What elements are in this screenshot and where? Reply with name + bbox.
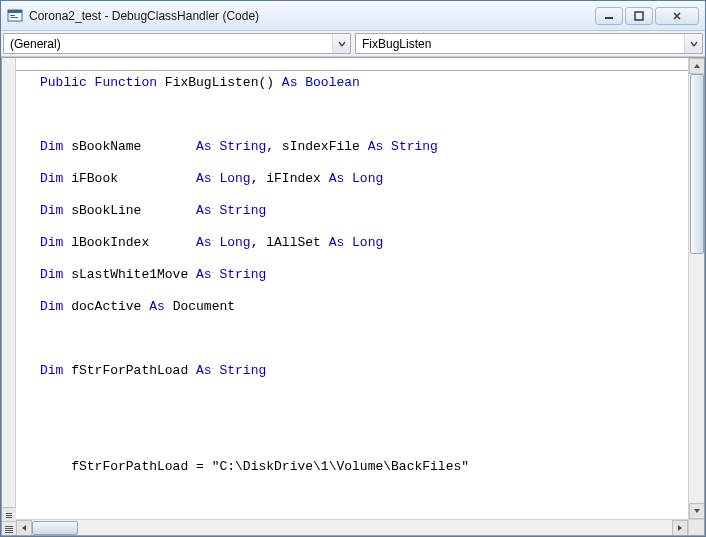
- svg-rect-6: [6, 513, 12, 514]
- window-controls: [595, 7, 699, 25]
- horizontal-scrollbar[interactable]: [16, 519, 688, 535]
- window-title: Corona2_test - DebugClassHandler (Code): [29, 9, 595, 23]
- svg-rect-2: [10, 15, 15, 16]
- code-editor: Public Function FixBugListen() As Boolea…: [1, 57, 705, 536]
- titlebar: Corona2_test - DebugClassHandler (Code): [1, 1, 705, 31]
- svg-rect-5: [635, 12, 643, 20]
- procedure-dropdown[interactable]: FixBugListen: [355, 33, 703, 54]
- svg-rect-12: [5, 532, 13, 533]
- svg-rect-3: [10, 17, 18, 18]
- chevron-down-icon[interactable]: [332, 34, 350, 53]
- scroll-up-button[interactable]: [689, 58, 704, 74]
- chevron-down-icon[interactable]: [684, 34, 702, 53]
- procedure-view-button[interactable]: [2, 507, 16, 521]
- object-dropdown-value: (General): [4, 35, 332, 53]
- close-button[interactable]: [655, 7, 699, 25]
- svg-rect-1: [8, 10, 22, 13]
- dropdown-row: (General) FixBugListen: [1, 31, 705, 57]
- vertical-scroll-thumb[interactable]: [690, 74, 704, 254]
- horizontal-scroll-track[interactable]: [32, 520, 672, 536]
- maximize-button[interactable]: [625, 7, 653, 25]
- svg-rect-11: [5, 530, 13, 531]
- minimize-button[interactable]: [595, 7, 623, 25]
- horizontal-scroll-thumb[interactable]: [32, 521, 78, 535]
- app-icon: [7, 8, 23, 24]
- svg-rect-10: [5, 528, 13, 529]
- svg-rect-8: [6, 517, 12, 518]
- code-text[interactable]: Public Function FixBugListen() As Boolea…: [16, 58, 688, 519]
- object-dropdown[interactable]: (General): [3, 33, 351, 54]
- vertical-scrollbar[interactable]: [688, 58, 704, 519]
- margin-gutter: [2, 58, 16, 535]
- scroll-right-button[interactable]: [672, 520, 688, 536]
- svg-rect-7: [6, 515, 12, 516]
- vertical-scroll-track[interactable]: [689, 74, 704, 503]
- svg-rect-9: [5, 526, 13, 527]
- procedure-dropdown-value: FixBugListen: [356, 35, 684, 53]
- scroll-down-button[interactable]: [689, 503, 704, 519]
- code-area[interactable]: Public Function FixBugListen() As Boolea…: [16, 58, 704, 535]
- code-window: Corona2_test - DebugClassHandler (Code) …: [0, 0, 706, 537]
- full-module-view-button[interactable]: [2, 521, 16, 535]
- scroll-left-button[interactable]: [16, 520, 32, 536]
- scrollbar-corner: [688, 519, 704, 535]
- svg-rect-4: [605, 17, 613, 19]
